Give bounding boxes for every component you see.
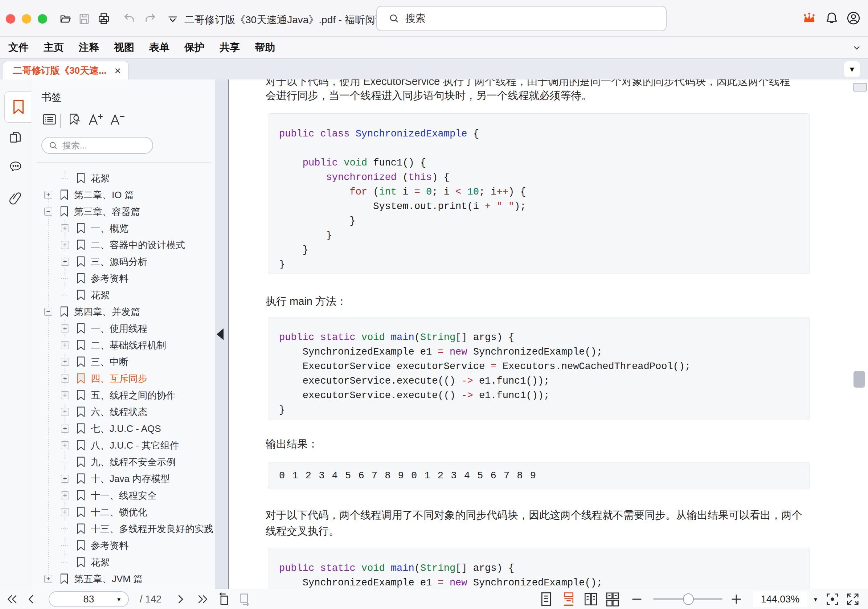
menu-home[interactable]: 主页 (43, 41, 64, 54)
bookmark-item[interactable]: +七、J.U.C - AQS (31, 420, 215, 437)
bookmark-item[interactable]: +一、使用线程 (31, 320, 215, 337)
increase-text-size-icon[interactable] (88, 113, 103, 127)
menu-comment[interactable]: 注释 (79, 41, 99, 54)
undo-icon[interactable] (122, 12, 136, 25)
menu-help[interactable]: 帮助 (255, 41, 275, 54)
collapse-panel-arrow-icon[interactable] (217, 329, 223, 340)
previous-page-button[interactable] (26, 589, 36, 609)
expand-plus-icon[interactable]: + (61, 475, 69, 483)
locate-bookmark-icon[interactable] (68, 113, 81, 127)
facing-continuous-view-button[interactable] (605, 589, 620, 609)
expand-plus-icon[interactable]: + (61, 324, 69, 332)
bookmark-item[interactable]: +三、源码分析 (31, 253, 215, 270)
expand-plus-icon[interactable]: + (61, 425, 69, 432)
scrollbar-top-button[interactable] (854, 83, 866, 91)
page-dropdown-icon[interactable]: ▼ (116, 596, 122, 603)
bookmark-item[interactable]: 十三、多线程开发良好的实践 (31, 521, 215, 537)
save-icon[interactable] (78, 12, 91, 25)
fullscreen-button[interactable] (845, 589, 860, 609)
expand-plus-icon[interactable]: + (61, 241, 69, 249)
zoom-dropdown-icon[interactable]: ▼ (813, 589, 818, 609)
menubar-collapse-chevron-icon[interactable] (852, 43, 862, 53)
expand-plus-icon[interactable]: + (61, 491, 69, 499)
fit-page-button[interactable] (825, 589, 840, 609)
collapse-minus-icon[interactable]: − (44, 208, 52, 215)
bookmark-list-options-icon[interactable] (42, 113, 57, 126)
tab-close-icon[interactable]: × (115, 65, 121, 76)
zoom-window-button[interactable] (38, 14, 47, 23)
expand-plus-icon[interactable]: + (61, 375, 69, 383)
document-tab[interactable]: 二哥修订版《30天速... × (3, 61, 129, 80)
expand-plus-icon[interactable]: + (61, 391, 69, 399)
expand-plus-icon[interactable]: + (61, 224, 69, 232)
zoom-in-button[interactable] (730, 589, 742, 609)
bookmark-item[interactable]: +五、线程之间的协作 (31, 387, 215, 404)
premium-crown-icon[interactable] (802, 11, 815, 24)
bookmark-item[interactable]: +第二章、IO 篇 (31, 186, 215, 203)
single-page-view-button[interactable] (539, 589, 553, 609)
menu-view[interactable]: 视图 (114, 41, 134, 54)
expand-plus-icon[interactable]: + (61, 258, 69, 266)
close-window-button[interactable] (6, 14, 15, 23)
attachments-panel-toggle[interactable] (9, 191, 23, 205)
decrease-text-size-icon[interactable] (110, 113, 125, 127)
bookmark-item[interactable]: +十二、锁优化 (31, 504, 215, 521)
expand-plus-icon[interactable]: + (44, 191, 52, 199)
bookmark-item[interactable]: +十、Java 内存模型 (31, 470, 215, 487)
bookmark-item[interactable]: +二、容器中的设计模式 (31, 237, 215, 253)
pages-panel-toggle[interactable] (9, 130, 23, 144)
expand-plus-icon[interactable]: + (44, 575, 52, 583)
bookmark-item[interactable]: 花絮 (31, 554, 215, 570)
panel-resize-gutter[interactable] (215, 79, 229, 589)
toolbar-more-chevron-icon[interactable] (166, 12, 179, 25)
print-icon[interactable] (97, 12, 110, 25)
tab-list-dropdown-icon[interactable]: ▼ (844, 61, 860, 77)
bookmark-item[interactable]: −第三章、容器篇 (31, 203, 215, 220)
bookmark-item[interactable]: +二、基础线程机制 (31, 337, 215, 353)
open-file-icon[interactable] (59, 12, 72, 25)
bookmark-item[interactable]: +十一、线程安全 (31, 487, 215, 504)
zoom-percentage-value[interactable]: 144.03% (753, 591, 808, 607)
expand-plus-icon[interactable]: + (61, 441, 69, 449)
global-search-input[interactable]: 搜索 (376, 6, 666, 31)
facing-view-button[interactable] (583, 589, 598, 609)
menu-form[interactable]: 表单 (149, 41, 169, 54)
bookmark-item[interactable]: +一、概览 (31, 220, 215, 237)
notifications-bell-icon[interactable] (825, 11, 837, 24)
first-page-button[interactable] (6, 589, 18, 609)
bookmark-item[interactable]: +八、J.U.C - 其它组件 (31, 437, 215, 454)
continuous-view-button[interactable] (562, 589, 575, 609)
minimize-window-button[interactable] (22, 14, 31, 23)
bookmark-item[interactable]: +六、线程状态 (31, 404, 215, 420)
expand-plus-icon[interactable]: + (61, 408, 69, 416)
vertical-scrollbar-thumb[interactable] (854, 371, 865, 387)
bookmark-item[interactable]: 参考资料 (31, 537, 215, 554)
previous-view-button[interactable] (216, 589, 231, 609)
expand-plus-icon[interactable]: + (61, 358, 69, 366)
collapse-minus-icon[interactable]: − (44, 308, 52, 316)
bookmark-item[interactable]: 花絮 (31, 287, 215, 304)
bookmark-item[interactable]: 九、线程不安全示例 (31, 454, 215, 470)
expand-plus-icon[interactable]: + (61, 508, 69, 516)
redo-icon[interactable] (144, 12, 157, 25)
last-page-button[interactable] (197, 589, 209, 609)
zoom-out-button[interactable] (631, 589, 643, 609)
bookmark-search-input[interactable]: 搜索... (41, 137, 153, 154)
menu-file[interactable]: 文件 (8, 41, 29, 54)
bookmark-item[interactable]: +第五章、JVM 篇 (31, 570, 215, 587)
menu-protect[interactable]: 保护 (184, 41, 205, 54)
next-page-button[interactable] (176, 589, 185, 609)
zoom-slider-thumb[interactable] (683, 594, 694, 605)
comments-panel-toggle[interactable] (9, 160, 23, 174)
bookmark-item[interactable]: +四、互斥同步 (31, 370, 215, 387)
bookmarks-panel-toggle[interactable] (5, 91, 32, 123)
bookmark-item[interactable]: −第四章、并发篇 (31, 304, 215, 320)
bookmark-item[interactable]: 花絮 (31, 170, 215, 186)
bookmark-item[interactable]: +三、中断 (31, 353, 215, 370)
menu-share[interactable]: 共享 (220, 41, 240, 54)
bookmark-item[interactable]: 参考资料 (31, 270, 215, 287)
page-number-input[interactable]: 83 ▼ (49, 591, 129, 607)
next-view-button[interactable] (238, 589, 252, 609)
account-avatar-icon[interactable] (846, 11, 859, 24)
expand-plus-icon[interactable]: + (61, 341, 69, 349)
